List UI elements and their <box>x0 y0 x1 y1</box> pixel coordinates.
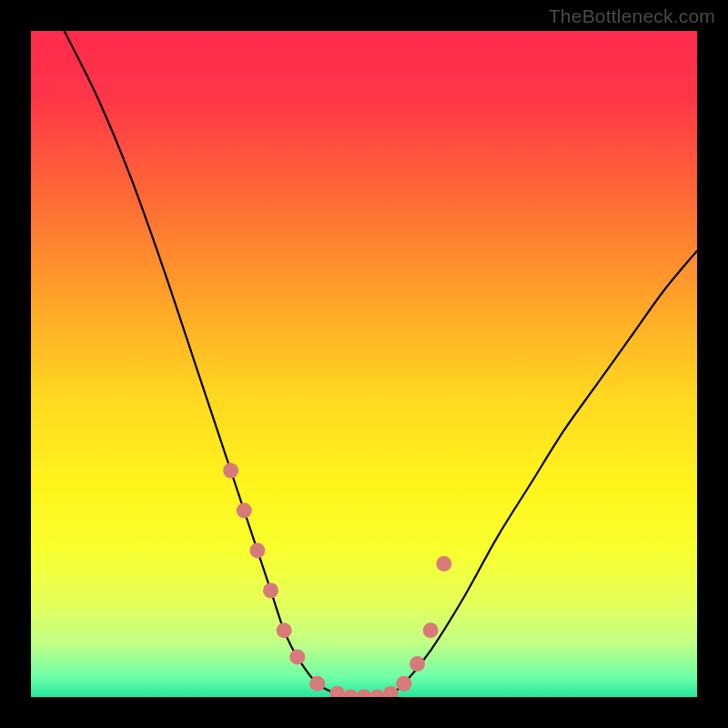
marker-dot <box>410 656 425 672</box>
watermark-label: TheBottleneck.com <box>549 5 715 27</box>
marker-dot <box>289 650 305 665</box>
marker-dot <box>309 676 325 692</box>
marker-dot <box>223 463 238 479</box>
plot-area <box>31 31 697 697</box>
marker-dot <box>237 503 252 519</box>
marker-dot <box>277 622 292 638</box>
marker-dot <box>423 622 439 638</box>
marker-dot <box>263 582 278 598</box>
gradient-background <box>31 31 697 697</box>
plot-svg <box>31 31 697 697</box>
marker-dot <box>436 556 451 571</box>
marker-dot <box>249 542 265 558</box>
marker-dot <box>396 676 411 692</box>
chart-frame: TheBottleneck.com <box>0 0 728 728</box>
